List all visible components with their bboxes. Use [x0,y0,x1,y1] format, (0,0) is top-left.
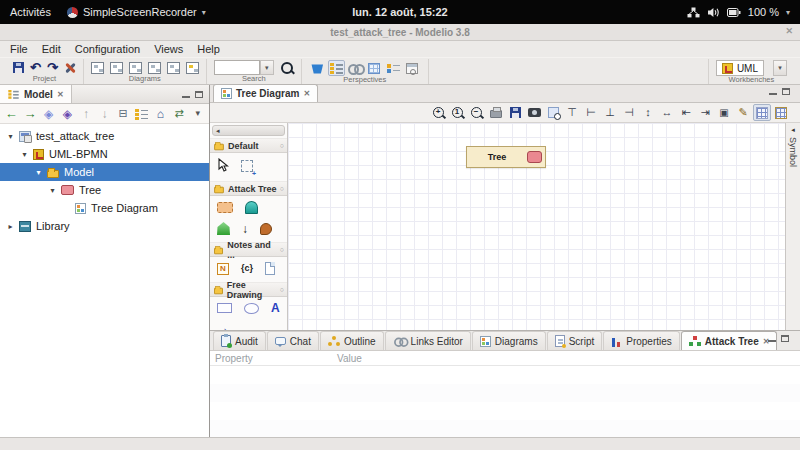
constraint-tool-icon[interactable]: {c} [241,264,253,273]
move-down-button[interactable]: ↓ [96,105,113,122]
collapse-all-button[interactable]: ⊟ [115,105,132,122]
expand-arrow-icon[interactable]: ▾ [20,150,29,159]
or-gate-tool-icon[interactable] [217,222,230,235]
attack-node-tool-icon[interactable] [217,202,233,213]
same-width-button[interactable]: ⇤ [677,104,695,121]
menu-configuration[interactable]: Configuration [68,43,147,55]
pin-icon[interactable]: ○ [280,185,284,192]
tab-diagrams[interactable]: Diagrams [472,331,546,350]
palette-section-attack-tree[interactable]: Attack Tree○ [210,181,287,196]
flat-view-button[interactable] [133,105,150,122]
related-elements-button[interactable]: ◈ [40,105,57,122]
column-property[interactable]: Property [210,353,333,364]
activity-diagram-icon[interactable] [167,62,180,74]
configure-icon[interactable] [64,62,76,74]
diagram-canvas[interactable]: Tree [288,123,785,330]
tree-item-tree-diagram[interactable]: Tree Diagram [0,199,209,217]
tree-item-uml-bpmn[interactable]: ▾UML-BPMN [0,145,209,163]
tab-script[interactable]: Script [547,331,603,350]
expand-arrow-icon[interactable]: ▾ [48,186,57,195]
center-vertical-button[interactable]: ↕ [639,104,657,121]
view-menu-button[interactable]: ▾ [189,105,206,122]
close-icon[interactable]: ✕ [303,89,310,98]
transfer-arrow-tool-icon[interactable]: ↓ [242,223,248,235]
pin-icon[interactable]: ○ [280,142,284,149]
close-icon[interactable]: ✕ [57,90,64,99]
tab-outline[interactable]: Outline [320,331,384,350]
undo-icon[interactable]: ↶ [30,61,41,74]
workbench-dropdown[interactable]: ▾ [773,60,787,76]
note-tool-icon[interactable]: N [217,263,229,275]
search-input[interactable] [214,60,260,75]
tree-item-library[interactable]: ▸Library [0,217,209,235]
menu-edit[interactable]: Edit [35,43,68,55]
palette-section-notes-and-[interactable]: Notes and ...○ [210,242,287,257]
pin-icon[interactable]: ○ [280,246,284,253]
minimize-button[interactable] [768,340,776,342]
expand-arrow-icon[interactable]: ▸ [6,222,15,231]
minimize-button[interactable] [769,93,777,95]
tab-attack-tree[interactable]: Attack Tree✕ [681,331,778,350]
zoom-actual-button[interactable]: 1 [449,104,467,121]
screenshot-button[interactable] [525,104,543,121]
zoom-out-button[interactable]: − [468,104,486,121]
tab-tree-diagram[interactable]: Tree Diagram ✕ [213,84,318,102]
align-left-button[interactable]: ⊢ [582,104,600,121]
sync-selection-button[interactable]: ⇄ [171,105,188,122]
save-image-button[interactable] [506,104,524,121]
tab-properties[interactable]: Properties [603,331,680,350]
navigation-button[interactable]: ◈ [59,105,76,122]
minimize-button[interactable] [182,96,190,98]
center-horizontal-button[interactable]: ↔ [658,104,676,121]
sequence-diagram-icon[interactable] [148,62,161,74]
planning-perspective-button[interactable] [404,60,421,76]
select-tool-icon[interactable] [217,158,229,174]
rectangle-tool-icon[interactable] [217,303,232,313]
tab-model[interactable]: Model ✕ [0,85,72,103]
same-height-button[interactable]: ⇥ [696,104,714,121]
print-button[interactable] [487,104,505,121]
line-tool-icon[interactable]: → [217,322,229,330]
class-diagram-icon[interactable] [91,62,104,74]
palette-section-free-drawing[interactable]: Free Drawing○ [210,282,287,297]
clock-button[interactable]: lun. 12 août, 15:22 [352,6,447,18]
system-tray-menu[interactable]: 100 % ▾ [687,6,790,18]
back-button[interactable]: ← [3,105,20,122]
style-button[interactable]: ✎ [734,104,752,121]
menu-views[interactable]: Views [147,43,190,55]
tab-audit[interactable]: Audit [213,331,266,350]
pin-icon[interactable]: ○ [280,286,284,293]
redo-icon[interactable]: ↷ [47,61,58,74]
tree-item-model[interactable]: ▾Model [0,163,209,181]
save-icon[interactable] [13,62,24,73]
and-gate-tool-icon[interactable] [245,201,258,214]
ellipse-tool-icon[interactable] [244,303,259,314]
menu-help[interactable]: Help [190,43,227,55]
forward-button[interactable]: → [22,105,39,122]
fit-page-button[interactable]: ▣ [715,104,733,121]
tree-item-tree[interactable]: ▾Tree [0,181,209,199]
grid-button[interactable] [753,104,771,121]
bucket-button[interactable] [309,60,326,76]
align-bottom-button[interactable]: ⊥ [601,104,619,121]
tree-node[interactable]: Tree [466,146,546,168]
app-indicator-menu[interactable]: SimpleScreenRecorder ▾ [67,6,206,18]
document-tool-icon[interactable] [265,262,275,275]
activities-button[interactable]: Activités [10,6,51,18]
snap-grid-button[interactable] [772,104,790,121]
marquee-tool-icon[interactable] [241,160,253,172]
menu-file[interactable]: File [3,43,35,55]
tree-item-test-attack-tree[interactable]: ▾test_attack_tree [0,127,209,145]
checklist-perspective-button[interactable] [385,60,402,76]
search-icon[interactable] [280,61,294,75]
maximize-button[interactable] [781,335,789,342]
palette-section-default[interactable]: Default○ [210,138,287,153]
expand-arrow-icon[interactable]: ▾ [34,168,43,177]
window-close-button[interactable]: ✕ [785,26,793,36]
zoom-in-button[interactable]: + [430,104,448,121]
align-right-button[interactable]: ⊣ [620,104,638,121]
move-up-button[interactable]: ↑ [78,105,95,122]
package-diagram-icon[interactable] [110,62,123,74]
model-perspective-button[interactable] [328,60,345,76]
zoom-area-button[interactable] [544,104,562,121]
